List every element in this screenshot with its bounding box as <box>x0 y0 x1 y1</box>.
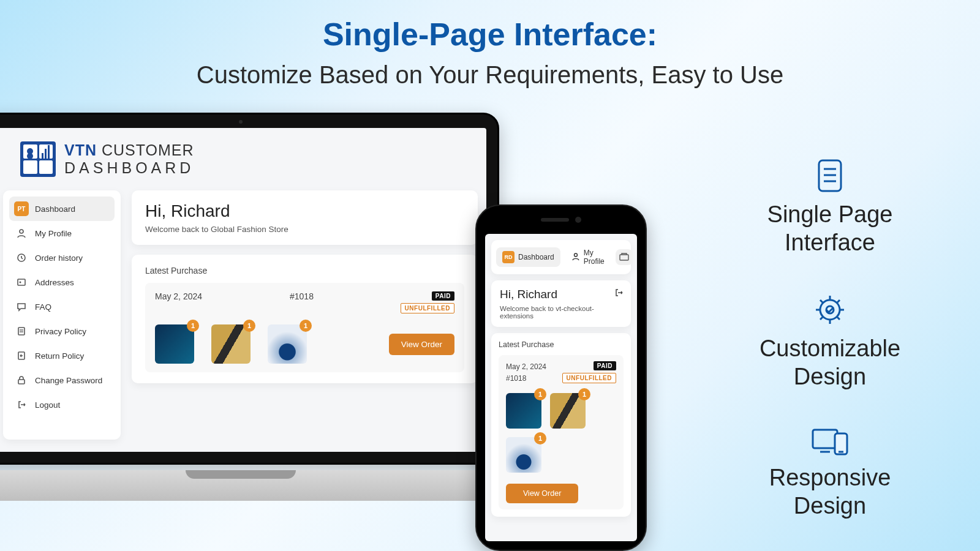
feature-responsive: Responsive Design <box>729 427 931 520</box>
qty-badge: 1 <box>300 320 312 332</box>
qty-badge: 1 <box>578 388 590 400</box>
phone-camera <box>575 217 581 223</box>
svg-point-18 <box>20 230 23 233</box>
mobile-tab-dashboard[interactable]: RD Dashboard <box>496 247 560 267</box>
latest-purchase-title: Latest Purchase <box>499 340 624 349</box>
lock-icon <box>14 373 29 388</box>
latest-purchase-card: Latest Purchase May 2, 2024 #1018 PAID U… <box>132 255 478 383</box>
sidebar: PT Dashboard My Profile Order history Ad… <box>3 190 121 440</box>
sidebar-item-label: Dashboard <box>35 204 75 214</box>
feature-label: Customizable <box>760 335 900 361</box>
view-order-button[interactable]: View Order <box>506 484 578 503</box>
latest-purchase-title: Latest Purchase <box>145 266 464 276</box>
return-icon <box>14 348 29 363</box>
order-number: #1018 <box>290 291 401 301</box>
sidebar-item-profile[interactable]: My Profile <box>9 221 115 246</box>
feature-list: Single Page Interface Customizable Desig… <box>729 159 931 551</box>
greeting-subtitle: Welcome back to Global Fashion Store <box>145 225 464 234</box>
phone-speaker <box>541 218 569 222</box>
sidebar-item-orders[interactable]: Order history <box>9 246 115 270</box>
document-icon <box>14 324 29 339</box>
product-thumb[interactable]: 1 <box>211 324 251 364</box>
address-icon <box>14 275 29 290</box>
brand-logo <box>20 141 56 177</box>
feature-label: Design <box>794 364 866 389</box>
history-icon <box>14 250 29 265</box>
cart-icon <box>619 253 629 261</box>
sidebar-item-label: Change Password <box>35 376 102 385</box>
brand-line2: DASHBOARD <box>64 159 194 177</box>
avatar-initials: PT <box>14 201 29 216</box>
sidebar-item-faq[interactable]: FAQ <box>9 294 115 319</box>
sidebar-item-logout[interactable]: Logout <box>9 392 115 417</box>
sidebar-item-label: Addresses <box>35 278 74 287</box>
feature-label: Design <box>794 493 866 519</box>
phone-screen: RD Dashboard My Profile Hi, Richard Welc… <box>485 234 637 541</box>
order-number: #1018 <box>506 373 546 384</box>
greeting-card: Hi, Richard Welcome back to Global Fashi… <box>132 190 478 245</box>
sidebar-item-label: My Profile <box>35 229 72 238</box>
product-thumb[interactable]: 1 <box>155 324 194 364</box>
camera-dot <box>239 120 243 124</box>
mobile-tab-bar: RD Dashboard My Profile <box>491 240 631 274</box>
mobile-greeting-card: Hi, Richard Welcome back to vt-checkout-… <box>491 280 631 327</box>
feature-label: Interface <box>785 230 875 255</box>
mobile-purchase-card: Latest Purchase May 2, 2024 #1018 PAID U… <box>491 333 631 517</box>
svg-rect-28 <box>620 255 628 260</box>
qty-badge: 1 <box>534 432 546 444</box>
view-order-button[interactable]: View Order <box>389 334 454 355</box>
qty-badge: 1 <box>243 320 255 332</box>
svg-line-12 <box>837 300 840 303</box>
laptop-mock: VTN CUSTOMER DASHBOARD PT Dashboard My P… <box>0 113 499 492</box>
logout-icon[interactable] <box>614 288 624 300</box>
badge-unfulfilled: UNFULFILLED <box>562 373 616 383</box>
person-icon <box>571 252 580 263</box>
product-thumb[interactable]: 1 <box>550 393 586 429</box>
sidebar-item-label: Return Policy <box>35 351 84 361</box>
svg-line-11 <box>837 317 840 320</box>
sidebar-item-privacy[interactable]: Privacy Policy <box>9 319 115 343</box>
product-thumb[interactable]: 1 <box>268 324 307 364</box>
svg-line-13 <box>820 317 823 320</box>
hero-subtitle: Customize Based on Your Requirements, Ea… <box>0 61 980 89</box>
logout-icon <box>14 397 29 412</box>
qty-badge: 1 <box>534 388 546 400</box>
order-date: May 2, 2024 <box>506 361 546 373</box>
greeting-title: Hi, Richard <box>500 288 622 301</box>
svg-point-21 <box>20 282 21 283</box>
page-icon <box>815 159 845 192</box>
badge-unfulfilled: UNFULFILLED <box>401 303 454 313</box>
mobile-tab-more[interactable] <box>616 249 633 265</box>
sidebar-item-dashboard[interactable]: PT Dashboard <box>9 197 115 221</box>
order-date: May 2, 2024 <box>155 291 290 301</box>
mobile-tab-profile[interactable]: My Profile <box>565 245 611 269</box>
svg-line-10 <box>820 300 823 303</box>
mobile-tab-label: Dashboard <box>518 253 554 261</box>
greeting-title: Hi, Richard <box>145 201 464 221</box>
feature-single-page: Single Page Interface <box>729 159 931 257</box>
product-thumb[interactable]: 1 <box>506 393 541 429</box>
product-thumb[interactable]: 1 <box>506 437 541 473</box>
sidebar-item-label: Privacy Policy <box>35 327 86 336</box>
svg-rect-22 <box>18 328 24 335</box>
sidebar-item-return[interactable]: Return Policy <box>9 343 115 368</box>
brand-header: VTN CUSTOMER DASHBOARD <box>0 128 486 190</box>
brand-line1: VTN CUSTOMER <box>64 141 194 159</box>
phone-mock: RD Dashboard My Profile Hi, Richard Welc… <box>475 204 647 551</box>
sidebar-item-addresses[interactable]: Addresses <box>9 270 115 294</box>
svg-rect-20 <box>18 279 25 285</box>
greeting-subtitle: Welcome back to vt-checkout-extensions <box>500 305 622 320</box>
feature-label: Single Page <box>767 201 893 227</box>
feature-label: Responsive <box>769 465 891 490</box>
sidebar-item-password[interactable]: Change Password <box>9 368 115 392</box>
svg-rect-14 <box>813 430 837 448</box>
badge-paid: PAID <box>432 291 454 301</box>
hero-title: Single-Page Interface: <box>0 16 980 53</box>
svg-rect-26 <box>18 380 24 384</box>
laptop-screen: VTN CUSTOMER DASHBOARD PT Dashboard My P… <box>0 128 486 452</box>
avatar-initials: RD <box>502 251 514 263</box>
svg-point-27 <box>574 253 577 257</box>
person-icon <box>14 226 29 241</box>
faq-icon <box>14 299 29 314</box>
feature-customizable: Customizable Design <box>729 293 931 391</box>
